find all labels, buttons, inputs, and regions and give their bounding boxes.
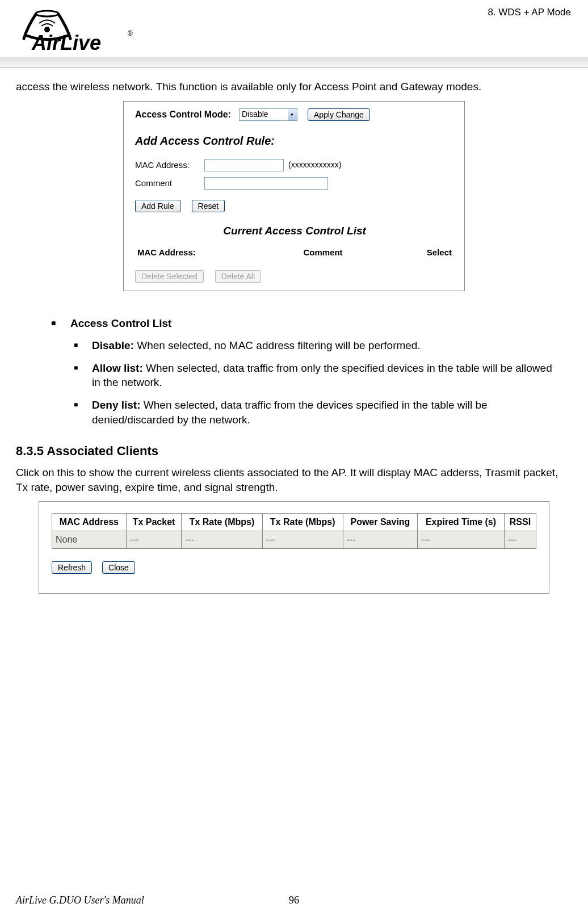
access-control-dialog: Access Control Mode: Disable ▾ Apply Cha…: [123, 101, 465, 291]
section-8-3-5-text: Click on this to show the current wirele…: [16, 465, 572, 494]
disable-text: When selected, no MAC address filtering …: [134, 339, 421, 351]
current-list-heading: Current Access Control List: [135, 224, 454, 238]
reset-button[interactable]: Reset: [192, 200, 225, 212]
section-8-3-5-heading: 8.3.5 Associated Clients: [16, 443, 572, 460]
access-control-mode-select[interactable]: Disable ▾: [239, 108, 297, 121]
mac-address-input[interactable]: [204, 159, 284, 171]
clients-data-row: None --- --- --- --- --- ---: [52, 531, 536, 548]
cell-txrate2: ---: [262, 531, 343, 548]
clients-header-row: MAC Address Tx Packet Tx Rate (Mbps) Tx …: [52, 514, 536, 531]
col-tx-rate-2: Tx Rate (Mbps): [262, 514, 343, 531]
acl-header-row: MAC Address: Comment Select: [135, 246, 454, 259]
refresh-button[interactable]: Refresh: [52, 561, 92, 574]
col-rssi: RSSI: [504, 514, 536, 531]
cell-rssi: ---: [504, 531, 536, 548]
col-comment: Comment: [251, 247, 395, 258]
chevron-down-icon[interactable]: ▾: [288, 108, 297, 121]
col-mac: MAC Address:: [137, 247, 251, 258]
cell-mac: None: [52, 531, 127, 548]
add-rule-button[interactable]: Add Rule: [135, 200, 180, 212]
cell-txpacket: ---: [126, 531, 182, 548]
intro-text: access the wireless network. This functi…: [16, 79, 572, 94]
access-control-description: Access Control List Disable: When select…: [16, 308, 572, 427]
cell-expired: ---: [418, 531, 505, 548]
svg-text:®: ®: [128, 30, 133, 37]
comment-label: Comment: [135, 178, 204, 189]
add-rule-heading: Add Access Control Rule:: [135, 133, 454, 149]
access-control-mode-label: Access Control Mode:: [135, 108, 231, 121]
associated-clients-dialog: MAC Address Tx Packet Tx Rate (Mbps) Tx …: [39, 501, 549, 593]
allow-label: Allow list:: [92, 362, 143, 374]
acl-disable-item: Disable: When selected, no MAC address f…: [51, 338, 561, 353]
page-header: 8. WDS + AP Mode AirLive ®: [0, 0, 588, 68]
header-divider: [0, 57, 588, 69]
footer-manual-name: AirLive G.DUO User's Manual: [16, 894, 144, 906]
disable-label: Disable:: [92, 339, 134, 351]
cell-power: ---: [343, 531, 417, 548]
brand-logo: AirLive ®: [16, 5, 146, 53]
deny-text: When selected, data traffic from the dev…: [92, 399, 488, 426]
comment-input[interactable]: [204, 177, 328, 190]
acl-deny-item: Deny list: When selected, data traffic f…: [51, 398, 561, 427]
col-power-saving: Power Saving: [343, 514, 417, 531]
select-value: Disable: [239, 108, 288, 121]
col-expired-time: Expired Time (s): [418, 514, 505, 531]
deny-label: Deny list:: [92, 399, 141, 411]
allow-text: When selected, data traffic from only th…: [92, 362, 552, 389]
page-footer: AirLive G.DUO User's Manual 96: [16, 894, 572, 906]
col-mac-address: MAC Address: [52, 514, 127, 531]
acl-bullet-title: Access Control List: [51, 316, 561, 331]
cell-txrate1: ---: [182, 531, 262, 548]
mac-format-hint: (xxxxxxxxxxxx): [288, 159, 341, 170]
mac-address-label: MAC Address:: [135, 159, 204, 171]
chapter-title: 8. WDS + AP Mode: [488, 7, 571, 18]
acl-allow-item: Allow list: When selected, data traffic …: [51, 361, 561, 390]
col-select: Select: [395, 247, 452, 258]
delete-selected-button[interactable]: Delete Selected: [135, 270, 204, 283]
close-button[interactable]: Close: [102, 561, 135, 574]
airlive-logo-icon: AirLive ®: [16, 5, 146, 53]
svg-point-0: [36, 11, 58, 16]
apply-change-button[interactable]: Apply Change: [308, 108, 370, 121]
main-content: access the wireless network. This functi…: [0, 68, 588, 594]
clients-table: MAC Address Tx Packet Tx Rate (Mbps) Tx …: [52, 513, 536, 548]
delete-all-button[interactable]: Delete All: [215, 270, 261, 283]
col-tx-rate-1: Tx Rate (Mbps): [182, 514, 262, 531]
col-tx-packet: Tx Packet: [126, 514, 182, 531]
svg-text:AirLive: AirLive: [31, 31, 101, 53]
footer-page-number: 96: [289, 894, 299, 906]
